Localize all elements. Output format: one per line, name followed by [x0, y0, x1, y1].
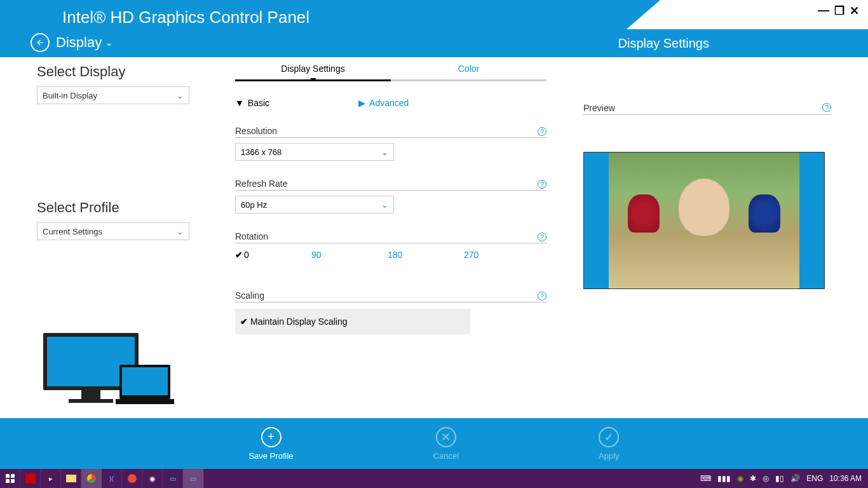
wifi-icon[interactable]: ▮▮▮ [717, 474, 731, 483]
intel-logo: intel [818, 29, 857, 52]
refresh-value: 60p Hz [241, 200, 267, 210]
taskbar-app-8[interactable]: ▭ [163, 469, 183, 488]
taskbar: ▸ )( ◉ ▭ ▭ ⌨ ▮▮▮ ◉ ✱ ◎ ▮▯ 🔊 ENG 10:36 AM [0, 469, 868, 488]
chrome-icon [87, 474, 96, 483]
nvidia-icon[interactable]: ◉ [737, 474, 743, 483]
x-icon: ✕ [436, 427, 456, 447]
taskbar-app-4[interactable] [81, 469, 102, 488]
help-icon[interactable]: ? [538, 233, 546, 241]
triangle-down-icon: ▼ [235, 98, 244, 108]
taskbar-right: ⌨ ▮▮▮ ◉ ✱ ◎ ▮▯ 🔊 ENG 10:36 AM [700, 474, 868, 483]
cancel-label: Cancel [433, 451, 459, 461]
preview-header: Preview ? [583, 103, 831, 115]
select-profile-value: Current Settings [43, 227, 102, 236]
intel-panel-icon: ▭ [190, 475, 196, 483]
svg-rect-7 [6, 474, 10, 478]
taskbar-app-3[interactable] [61, 469, 81, 488]
select-display-heading: Select Display [37, 64, 189, 80]
svg-rect-8 [11, 474, 15, 478]
content-area: Select Display Built-in Display ⌄ Select… [0, 57, 868, 418]
save-profile-label: Save Profile [248, 451, 293, 461]
rotation-90[interactable]: 90 [311, 250, 388, 260]
help-icon[interactable]: ? [538, 127, 546, 136]
steam-tray-icon[interactable]: ◎ [763, 474, 769, 483]
action-bar: + Save Profile ✕ Cancel ✓ Apply [0, 418, 868, 469]
cancel-button[interactable]: ✕ Cancel [433, 427, 459, 461]
refresh-dropdown[interactable]: 60p Hz ⌄ [235, 196, 394, 214]
rotation-270[interactable]: 270 [464, 250, 540, 260]
plus-icon: + [261, 427, 281, 447]
section-dropdown-label: Display [56, 34, 102, 51]
help-icon[interactable]: ? [822, 103, 831, 112]
circle-icon [128, 474, 137, 483]
svg-rect-5 [122, 367, 168, 395]
center-column: Display Settings Color ▼ Basic ▶ Advance… [235, 64, 546, 334]
chevron-down-icon: ⌄ [381, 200, 388, 210]
language-indicator[interactable]: ENG [806, 474, 823, 483]
header-nav: Display ⌄ [31, 33, 113, 52]
header-subtitle: Display Settings [618, 36, 709, 51]
preview-hand-left [628, 194, 660, 233]
section-dropdown[interactable]: Display ⌄ [56, 34, 113, 51]
taskbar-app-1[interactable] [20, 469, 41, 488]
arrow-left-icon [36, 38, 44, 47]
minimize-icon[interactable]: — [818, 4, 829, 18]
mode-basic[interactable]: ▼ Basic [235, 98, 269, 108]
mode-advanced-label: Advanced [369, 98, 409, 108]
check-icon: ✓ [599, 427, 619, 447]
start-button[interactable] [0, 469, 20, 488]
scaling-label: Scaling [235, 290, 264, 301]
taskbar-app-7[interactable]: ◉ [142, 469, 163, 488]
clock[interactable]: 10:36 AM [829, 474, 862, 483]
apply-button[interactable]: ✓ Apply [599, 427, 620, 461]
svg-rect-2 [81, 390, 100, 399]
close-icon[interactable]: ✕ [850, 4, 859, 18]
taskbar-app-5[interactable]: )( [102, 469, 122, 488]
app-title: Intel® HD Graphics Control Panel [62, 8, 309, 27]
scaling-option[interactable]: Maintain Display Scaling [235, 309, 470, 334]
scaling-group: Scaling ? Maintain Display Scaling [235, 290, 546, 334]
pdf-icon [25, 473, 36, 484]
resolution-label: Resolution [235, 126, 277, 136]
rotation-options: 0 90 180 270 [235, 250, 546, 260]
select-profile-dropdown[interactable]: Current Settings ⌄ [37, 222, 189, 240]
window-controls: — ❐ ✕ [818, 4, 859, 18]
battery-icon[interactable]: ▮▯ [775, 474, 784, 483]
app-icon: )( [109, 475, 114, 482]
header-band: — ❐ ✕ Intel® HD Graphics Control Panel D… [0, 0, 868, 57]
select-display-dropdown[interactable]: Built-in Display ⌄ [37, 86, 189, 104]
resolution-group: Resolution ? 868 x 488 ⌄ [235, 126, 546, 161]
chevron-down-icon: ⌄ [177, 91, 184, 100]
mode-advanced[interactable]: ▶ Advanced [358, 98, 409, 108]
tab-color[interactable]: Color [391, 64, 546, 81]
apply-label: Apply [599, 451, 620, 461]
resolution-dropdown[interactable]: 868 x 488 ⌄ [235, 143, 394, 161]
monitor-icon: ▭ [170, 475, 176, 483]
preview-label: Preview [583, 103, 615, 113]
taskbar-app-2[interactable]: ▸ [41, 469, 61, 488]
restore-icon[interactable]: ❐ [834, 4, 844, 18]
media-icon: ▸ [49, 475, 53, 483]
preview-hand-right [749, 194, 780, 233]
select-display-value: Built-in Display [43, 91, 97, 100]
back-button[interactable] [31, 33, 50, 52]
volume-icon[interactable]: 🔊 [790, 474, 800, 483]
help-icon[interactable]: ? [538, 180, 546, 189]
left-column: Select Display Built-in Display ⌄ Select… [37, 64, 189, 240]
rotation-0[interactable]: 0 [235, 250, 311, 260]
chevron-down-icon: ⌄ [177, 227, 184, 236]
tab-display-settings[interactable]: Display Settings [235, 64, 391, 81]
help-icon[interactable]: ? [538, 292, 546, 301]
select-profile-section: Select Profile Current Settings ⌄ [37, 200, 189, 240]
keyboard-icon[interactable]: ⌨ [700, 474, 711, 483]
monitors-illustration [37, 327, 177, 418]
steam-icon: ◉ [149, 475, 156, 483]
taskbar-app-9[interactable]: ▭ [183, 469, 203, 488]
tabs: Display Settings Color [235, 64, 546, 81]
rotation-180[interactable]: 180 [388, 250, 464, 260]
bluetooth-icon[interactable]: ✱ [750, 474, 756, 483]
save-profile-button[interactable]: + Save Profile [248, 427, 293, 461]
taskbar-app-6[interactable] [122, 469, 142, 488]
preview-box [583, 152, 825, 289]
mode-basic-label: Basic [248, 98, 269, 108]
